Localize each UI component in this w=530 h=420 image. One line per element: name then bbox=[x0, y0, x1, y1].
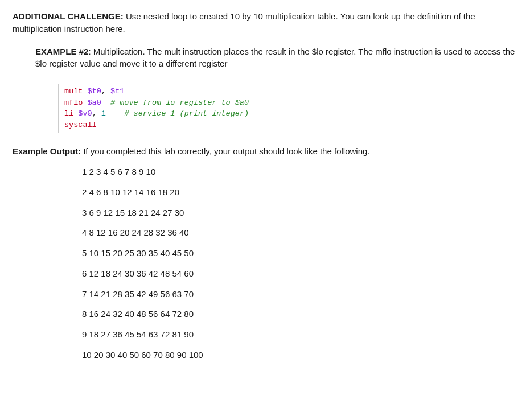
additional-challenge-label: ADDITIONAL CHALLENGE: bbox=[13, 11, 124, 21]
code-text bbox=[106, 109, 124, 118]
code-register-v0: $v0 bbox=[78, 109, 92, 118]
example2-label: EXAMPLE #2 bbox=[35, 47, 88, 56]
example-output-label: Example Output: bbox=[13, 146, 81, 156]
output-row: 8 16 24 32 40 48 56 64 72 80 bbox=[82, 308, 517, 320]
output-row: 2 4 6 8 10 12 14 16 18 20 bbox=[82, 186, 517, 199]
code-number: 1 bbox=[101, 109, 106, 118]
code-keyword-syscall: syscall bbox=[64, 121, 97, 129]
example-output-text: If you completed this lab correctly, you… bbox=[81, 146, 370, 156]
code-register-a0: $a0 bbox=[88, 98, 101, 107]
code-comment: # move from lo register to $a0 bbox=[110, 98, 249, 107]
example2-paragraph: EXAMPLE #2: Multiplication. The mult ins… bbox=[35, 46, 517, 71]
output-row: 3 6 9 12 15 18 21 24 27 30 bbox=[82, 207, 517, 219]
code-keyword-li: li bbox=[64, 109, 78, 118]
additional-challenge-paragraph: ADDITIONAL CHALLENGE: Use nested loop to… bbox=[13, 10, 517, 35]
code-register-t0: $t0 bbox=[88, 87, 101, 96]
output-row: 1 2 3 4 5 6 7 8 9 10 bbox=[82, 166, 517, 178]
code-text: , bbox=[101, 87, 110, 96]
output-row: 4 8 12 16 20 24 28 32 36 40 bbox=[82, 227, 517, 239]
code-register-t1: $t1 bbox=[110, 87, 124, 96]
example2-text: : Multiplication. The mult instruction p… bbox=[35, 47, 515, 69]
code-block: mult $t0, $t1 mflo $a0 # move from lo re… bbox=[58, 84, 517, 133]
code-comment: # service 1 (print integer) bbox=[124, 109, 249, 118]
code-keyword-mult: mult bbox=[64, 87, 88, 96]
output-row: 5 10 15 20 25 30 35 40 45 50 bbox=[82, 247, 517, 260]
output-row: 7 14 21 28 35 42 49 56 63 70 bbox=[82, 288, 517, 300]
example-output-table: 1 2 3 4 5 6 7 8 9 10 2 4 6 8 10 12 14 16… bbox=[82, 166, 517, 361]
example-output-heading: Example Output: If you completed this la… bbox=[13, 145, 517, 158]
output-row: 10 20 30 40 50 60 70 80 90 100 bbox=[82, 349, 517, 361]
output-row: 6 12 18 24 30 36 42 48 54 60 bbox=[82, 267, 517, 280]
output-row: 9 18 27 36 45 54 63 72 81 90 bbox=[82, 328, 517, 341]
code-text: , bbox=[92, 109, 101, 118]
code-text bbox=[101, 98, 110, 107]
code-keyword-mflo: mflo bbox=[64, 98, 88, 107]
